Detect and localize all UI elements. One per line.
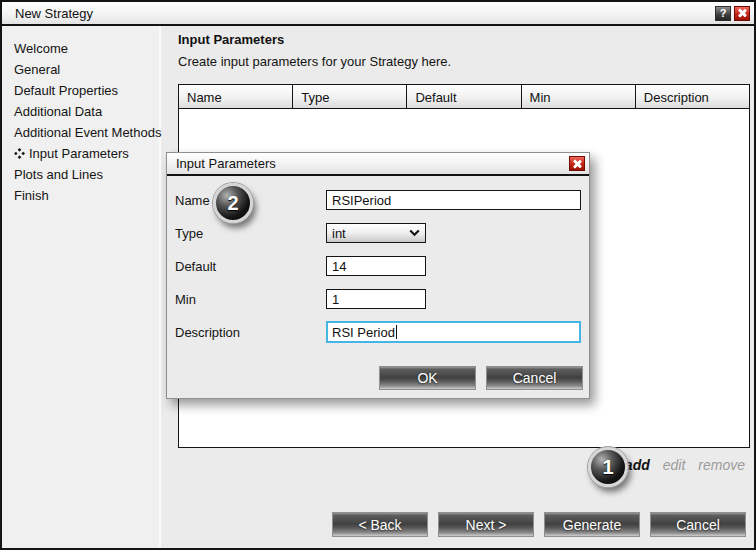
sidebar-item-general[interactable]: General <box>2 59 159 80</box>
add-link[interactable]: add <box>625 457 650 473</box>
window-title: New Strategy <box>15 6 93 21</box>
sidebar-item-label: Default Properties <box>14 83 118 98</box>
type-field-label: Type <box>175 226 326 241</box>
sidebar-item-label: Additional Event Methods <box>14 125 161 140</box>
sidebar-item-welcome[interactable]: Welcome <box>2 38 159 59</box>
sidebar-item-label: Finish <box>14 188 49 203</box>
current-step-icon <box>14 148 25 159</box>
sidebar-item-label: Plots and Lines <box>14 167 103 182</box>
dialog-title: Input Parameters <box>176 156 276 171</box>
sidebar-item-input-parameters[interactable]: Input Parameters <box>2 143 159 164</box>
default-field-row: Default <box>175 255 581 277</box>
annotation-badge-1: 1 <box>588 447 628 487</box>
min-field-row: Min <box>175 288 581 310</box>
wizard-step-list: Welcome General Default Properties Addit… <box>2 26 161 548</box>
table-action-links: addeditremove <box>178 457 750 473</box>
type-field-row: Type int <box>175 222 581 244</box>
min-field-label: Min <box>175 292 326 307</box>
description-field-label: Description <box>175 325 326 340</box>
close-icon <box>737 8 748 19</box>
description-field-value: RSI Period <box>332 325 395 340</box>
type-dropdown-value: int <box>332 226 346 241</box>
sidebar-item-label: Welcome <box>14 41 68 56</box>
column-header-min: Min <box>522 85 636 109</box>
dialog-titlebar[interactable]: Input Parameters <box>167 153 589 176</box>
sidebar-item-finish[interactable]: Finish <box>2 185 159 206</box>
annotation-badge-2: 2 <box>213 183 253 223</box>
sidebar-item-additional-event-methods[interactable]: Additional Event Methods <box>2 122 159 143</box>
column-header-type: Type <box>293 85 407 109</box>
sidebar-item-label: Additional Data <box>14 104 102 119</box>
sidebar-item-additional-data[interactable]: Additional Data <box>2 101 159 122</box>
name-field[interactable] <box>326 190 581 210</box>
type-dropdown[interactable]: int <box>326 223 426 243</box>
column-header-description: Description <box>636 85 749 109</box>
dialog-cancel-button[interactable]: Cancel <box>486 366 583 390</box>
text-cursor <box>396 325 397 339</box>
remove-link[interactable]: remove <box>698 457 745 473</box>
column-header-default: Default <box>407 85 521 109</box>
chevron-down-icon <box>409 229 420 237</box>
ok-button[interactable]: OK <box>379 366 476 390</box>
window-titlebar[interactable]: New Strategy ? <box>2 2 754 26</box>
table-header-row: Name Type Default Min Description <box>179 85 749 109</box>
back-button[interactable]: < Back <box>332 512 428 537</box>
min-field[interactable] <box>326 289 426 309</box>
column-header-name: Name <box>179 85 293 109</box>
default-field[interactable] <box>326 256 426 276</box>
help-icon: ? <box>720 7 727 19</box>
dialog-close-button[interactable] <box>569 156 585 171</box>
edit-link[interactable]: edit <box>663 457 686 473</box>
wizard-navigation-buttons: < Back Next > Generate Cancel <box>332 512 746 537</box>
default-field-label: Default <box>175 259 326 274</box>
sidebar-item-label: Input Parameters <box>29 146 129 161</box>
badge-number: 2 <box>227 192 238 215</box>
sidebar-item-label: General <box>14 62 60 77</box>
description-field-row: Description RSI Period <box>175 321 581 343</box>
close-icon <box>572 158 583 169</box>
badge-number: 1 <box>602 456 613 479</box>
close-button[interactable] <box>734 6 750 21</box>
help-button[interactable]: ? <box>715 6 731 21</box>
new-strategy-window: New Strategy ? Welcome General Default P… <box>0 0 756 550</box>
page-subtitle: Create input parameters for your Strateg… <box>178 54 750 69</box>
next-button[interactable]: Next > <box>438 512 534 537</box>
generate-button[interactable]: Generate <box>544 512 640 537</box>
sidebar-item-default-properties[interactable]: Default Properties <box>2 80 159 101</box>
page-title: Input Parameters <box>178 32 750 47</box>
description-field[interactable]: RSI Period <box>326 321 581 343</box>
sidebar-item-plots-and-lines[interactable]: Plots and Lines <box>2 164 159 185</box>
cancel-button[interactable]: Cancel <box>650 512 746 537</box>
dialog-buttons: OK Cancel <box>379 366 583 390</box>
titlebar-buttons: ? <box>715 6 750 21</box>
